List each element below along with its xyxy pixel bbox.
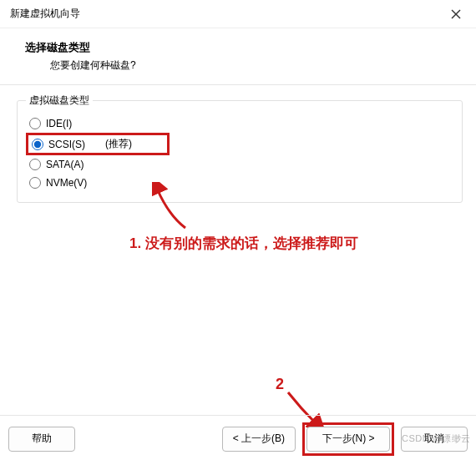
annotation-text-2: 2 — [276, 376, 284, 393]
header-title: 选择磁盘类型 — [25, 40, 459, 55]
radio-sata[interactable]: SATA(A) — [26, 155, 453, 174]
next-button-highlight: 下一步(N) > — [302, 422, 394, 456]
close-button[interactable] — [446, 4, 466, 24]
content-area: 虚拟磁盘类型 IDE(I) SCSI(S) (推荐) SATA(A) NVMe(… — [0, 85, 476, 203]
header-subtitle: 您要创建何种磁盘? — [25, 58, 459, 73]
next-button[interactable]: 下一步(N) > — [306, 427, 390, 452]
close-icon — [451, 9, 461, 19]
radio-nvme-label: NVMe(V) — [46, 177, 87, 189]
cancel-button[interactable]: 取消 — [401, 427, 468, 452]
radio-sata-label: SATA(A) — [46, 159, 84, 170]
radio-sata-input[interactable] — [29, 159, 41, 170]
wizard-header: 选择磁盘类型 您要创建何种磁盘? — [0, 28, 476, 85]
group-legend: 虚拟磁盘类型 — [26, 94, 93, 108]
radio-scsi-label: SCSI(S) — [48, 139, 85, 150]
radio-nvme[interactable]: NVMe(V) — [26, 174, 453, 192]
back-button[interactable]: < 上一步(B) — [222, 427, 296, 452]
window-title: 新建虚拟机向导 — [10, 7, 80, 21]
annotation-arrow-1 — [152, 182, 194, 232]
disk-type-group: 虚拟磁盘类型 IDE(I) SCSI(S) (推荐) SATA(A) NVMe(… — [17, 100, 463, 203]
help-button[interactable]: 帮助 — [8, 427, 75, 452]
radio-ide-input[interactable] — [29, 118, 41, 129]
radio-scsi[interactable]: SCSI(S) (推荐) — [26, 133, 170, 155]
radio-ide[interactable]: IDE(I) — [26, 114, 453, 133]
radio-ide-label: IDE(I) — [46, 118, 72, 129]
annotation-text-1: 1. 没有别的需求的话，选择推荐即可 — [129, 234, 358, 253]
radio-scsi-input[interactable] — [32, 139, 43, 150]
radio-scsi-reco: (推荐) — [105, 137, 132, 151]
footer: 帮助 < 上一步(B) 下一步(N) > 取消 — [0, 415, 476, 455]
titlebar: 新建虚拟机向导 — [0, 0, 476, 28]
radio-nvme-input[interactable] — [29, 177, 41, 189]
